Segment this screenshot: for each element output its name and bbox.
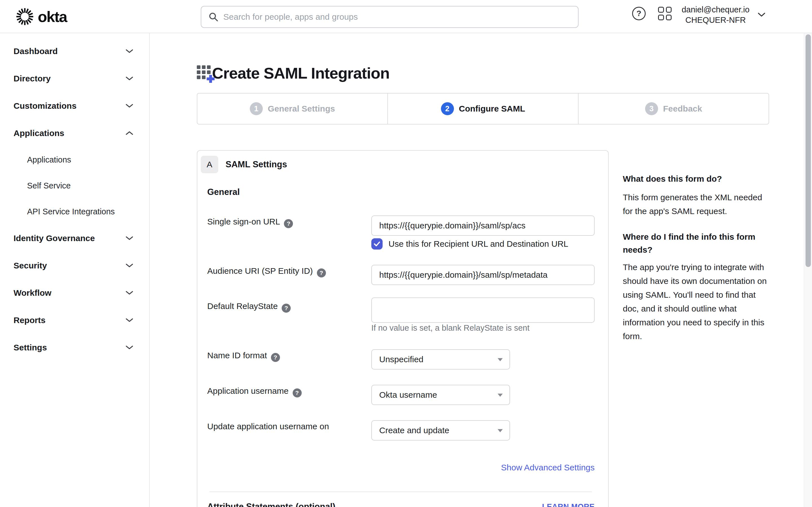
help-icon[interactable]: ? bbox=[632, 7, 646, 20]
update-username-label: Update application username on bbox=[207, 421, 329, 432]
sidebar-item-settings[interactable]: Settings bbox=[0, 334, 149, 361]
search-icon bbox=[209, 12, 218, 22]
sidebar-item-customizations[interactable]: Customizations bbox=[0, 92, 149, 119]
chevron-down-icon bbox=[125, 290, 133, 295]
audience-uri-input[interactable] bbox=[371, 265, 595, 285]
help-answer-1: This form generates the XML needed for t… bbox=[623, 190, 770, 218]
global-search[interactable] bbox=[201, 6, 578, 28]
scrollbar-track[interactable] bbox=[804, 33, 812, 507]
relay-state-helper-text: If no value is set, a blank RelayState i… bbox=[371, 323, 529, 333]
sidebar-item-reports[interactable]: Reports bbox=[0, 306, 149, 334]
audience-uri-label: Audience URI (SP Entity ID)? bbox=[207, 266, 326, 276]
page-title: Create SAML Integration bbox=[212, 64, 389, 82]
checkmark-icon bbox=[373, 241, 380, 247]
name-id-format-label: Name ID format? bbox=[207, 350, 280, 361]
help-question-2: Where do I find the info this form needs… bbox=[623, 230, 764, 256]
sidebar-subitem-api-service-integrations[interactable]: API Service Integrations bbox=[0, 199, 149, 224]
okta-logo-icon bbox=[16, 8, 34, 25]
caret-down-icon bbox=[498, 358, 503, 361]
scrollbar-thumb[interactable] bbox=[806, 34, 811, 267]
panel-title: SAML Settings bbox=[225, 156, 287, 173]
chevron-down-icon[interactable] bbox=[757, 12, 766, 17]
learn-more-link[interactable]: LEARN MORE bbox=[371, 503, 595, 507]
name-id-format-select[interactable]: Unspecified bbox=[371, 349, 510, 370]
application-username-select[interactable]: Okta username bbox=[371, 385, 510, 405]
sso-url-label: Single sign-on URL? bbox=[207, 217, 293, 227]
help-icon[interactable]: ? bbox=[284, 219, 293, 228]
wizard-steps: 1 General Settings 2 Configure SAML 3 Fe… bbox=[197, 93, 769, 124]
account-email: daniel@chequer.io bbox=[678, 4, 753, 15]
caret-down-icon bbox=[498, 429, 503, 432]
sidebar-nav: Dashboard Directory Customizations Appli… bbox=[0, 33, 150, 507]
help-icon[interactable]: ? bbox=[282, 304, 291, 313]
help-answer-2: The app you're trying to integrate with … bbox=[623, 260, 773, 343]
section-divider bbox=[209, 492, 592, 492]
step-feedback[interactable]: 3 Feedback bbox=[578, 94, 769, 124]
chevron-down-icon bbox=[125, 345, 133, 350]
search-input[interactable] bbox=[223, 12, 578, 22]
relay-state-label: Default RelayState? bbox=[207, 301, 291, 312]
step-number-badge: 2 bbox=[441, 102, 454, 115]
help-icon[interactable]: ? bbox=[293, 388, 302, 397]
chevron-down-icon bbox=[125, 49, 133, 54]
sidebar-item-dashboard[interactable]: Dashboard bbox=[0, 38, 149, 65]
chevron-down-icon bbox=[125, 263, 133, 268]
sidebar-item-identity-governance[interactable]: Identity Governance bbox=[0, 224, 149, 252]
help-question-1: What does this form do? bbox=[623, 172, 769, 185]
step-number-badge: 1 bbox=[250, 102, 263, 115]
relay-state-input[interactable] bbox=[371, 297, 595, 323]
step-general-settings[interactable]: 1 General Settings bbox=[197, 94, 388, 124]
okta-wordmark: okta bbox=[38, 8, 67, 25]
application-username-label: Application username? bbox=[207, 386, 302, 396]
sidebar-item-security[interactable]: Security bbox=[0, 252, 149, 279]
top-bar: okta ? daniel@chequer.io CHEQUER-NFR bbox=[0, 0, 812, 33]
section-letter-badge: A bbox=[201, 156, 218, 173]
help-icon[interactable]: ? bbox=[317, 269, 326, 277]
sidebar-item-directory[interactable]: Directory bbox=[0, 65, 149, 92]
chevron-down-icon bbox=[125, 103, 133, 108]
general-section-heading: General bbox=[207, 187, 240, 197]
sidebar-subitem-self-service[interactable]: Self Service bbox=[0, 173, 149, 199]
account-menu[interactable]: daniel@chequer.io CHEQUER-NFR bbox=[678, 4, 753, 25]
sidebar-item-applications[interactable]: Applications bbox=[0, 119, 149, 147]
apps-grid-icon[interactable] bbox=[658, 7, 672, 20]
sidebar-item-workflow[interactable]: Workflow bbox=[0, 279, 149, 306]
show-advanced-settings-link[interactable]: Show Advanced Settings bbox=[371, 463, 595, 472]
step-configure-saml[interactable]: 2 Configure SAML bbox=[388, 94, 578, 124]
recipient-url-checkbox-label: Use this for Recipient URL and Destinati… bbox=[389, 239, 568, 249]
chevron-down-icon bbox=[125, 76, 133, 81]
okta-admin-app: okta ? daniel@chequer.io CHEQUER-NFR Das… bbox=[0, 0, 812, 507]
chevron-up-icon bbox=[125, 131, 133, 135]
recipient-url-checkbox[interactable] bbox=[371, 238, 383, 249]
help-icon[interactable]: ? bbox=[271, 353, 280, 362]
step-number-badge: 3 bbox=[645, 102, 658, 115]
caret-down-icon bbox=[498, 394, 503, 397]
chevron-down-icon bbox=[125, 318, 133, 323]
attribute-statements-heading: Attribute Statements (optional) bbox=[207, 501, 336, 507]
sidebar-subitem-applications[interactable]: Applications bbox=[0, 147, 149, 173]
chevron-down-icon bbox=[125, 236, 133, 240]
update-username-select[interactable]: Create and update bbox=[371, 420, 510, 441]
account-org: CHEQUER-NFR bbox=[678, 15, 753, 25]
sso-url-input[interactable] bbox=[371, 216, 595, 236]
